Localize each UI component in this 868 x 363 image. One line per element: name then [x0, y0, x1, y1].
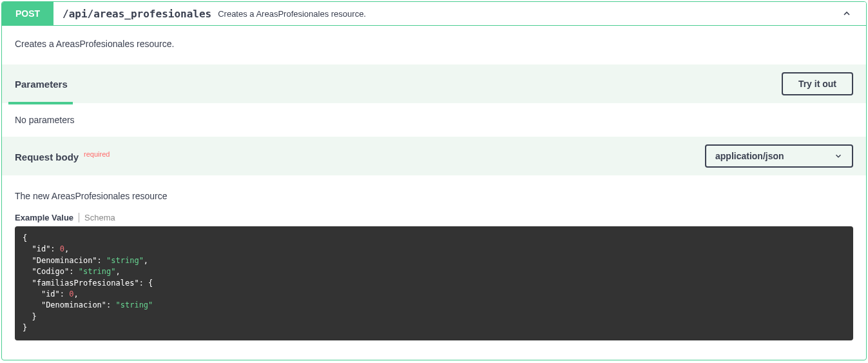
operation-body: Creates a AreasProfesionales resource. P…: [2, 25, 866, 360]
content-type-select-wrap: application/json: [705, 144, 853, 168]
required-badge: required: [84, 150, 110, 158]
method-badge: POST: [2, 2, 53, 25]
try-it-out-button[interactable]: Try it out: [782, 72, 853, 95]
parameters-header: Parameters Try it out: [2, 64, 866, 103]
endpoint-summary: Creates a AreasProfesionales resource.: [218, 9, 840, 19]
parameters-content: No parameters: [2, 103, 866, 137]
chevron-up-icon[interactable]: [840, 7, 853, 20]
request-body-header: Request body required application/json: [2, 137, 866, 175]
operation-header[interactable]: POST /api/areas_profesionales Creates a …: [2, 2, 866, 25]
endpoint-path: /api/areas_profesionales: [53, 8, 218, 20]
body-tabs: Example Value Schema: [15, 213, 853, 222]
accent-underline: [8, 102, 73, 104]
parameters-title: Parameters: [15, 79, 68, 90]
request-body-title: Request body: [15, 151, 79, 162]
tab-schema[interactable]: Schema: [79, 213, 121, 222]
example-code-block[interactable]: { "id": 0, "Denominacion": "string", "Co…: [15, 226, 853, 340]
tab-example-value[interactable]: Example Value: [15, 213, 79, 222]
operation-block: POST /api/areas_profesionales Creates a …: [1, 1, 867, 360]
operation-description: Creates a AreasProfesionales resource.: [2, 26, 866, 64]
request-body-description: The new AreasProfesionales resource: [15, 191, 853, 201]
content-type-select[interactable]: application/json: [705, 144, 853, 168]
request-body-content: The new AreasProfesionales resource Exam…: [2, 175, 866, 360]
